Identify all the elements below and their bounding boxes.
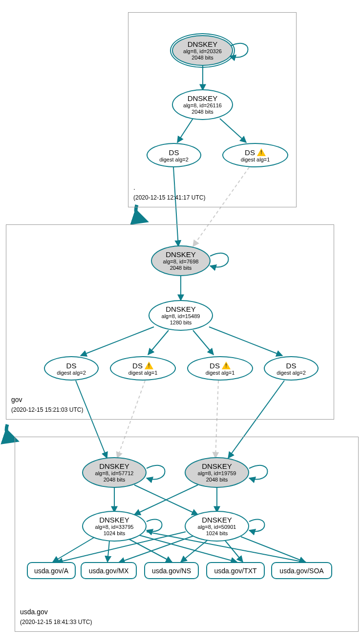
zone-root-timestamp: (2020-12-15 12:41:17 UTC) (133, 194, 205, 201)
dnskey-gov-ksk: DNSKEY alg=8, id=7698 2048 bits (151, 245, 211, 276)
dnskey-root-ksk: DNSKEY alg=8, id=20326 2048 bits (172, 35, 233, 66)
ds-root-2: DS digest alg=1 (222, 143, 288, 167)
dnskey-usda-ksk2: DNSKEY alg=8, id=19759 2048 bits (185, 457, 249, 488)
ds-root-1: DS digest alg=2 (147, 143, 201, 167)
warning-icon (145, 362, 153, 369)
zone-gov-name: gov (11, 396, 22, 403)
zone-root-name: . (133, 183, 135, 191)
zone-usda-name: usda.gov (20, 608, 48, 616)
record-ns: usda.gov/NS (144, 562, 199, 579)
zone-usda-timestamp: (2020-12-15 18:41:33 UTC) (20, 619, 92, 625)
warning-icon (257, 148, 266, 156)
dnskey-usda-zsk2: DNSKEY alg=8, id=50901 1024 bits (185, 511, 249, 542)
record-txt: usda.gov/TXT (206, 562, 265, 579)
warning-icon (222, 362, 231, 369)
zone-gov-timestamp: (2020-12-15 15:21:03 UTC) (11, 406, 83, 413)
ds-gov-3: DS digest alg=1 (187, 356, 253, 381)
dnskey-usda-zsk1: DNSKEY alg=8, id=33795 1024 bits (82, 511, 147, 542)
dnskey-root-zsk: DNSKEY alg=8, id=26116 2048 bits (172, 89, 233, 120)
ds-gov-2: DS digest alg=1 (110, 356, 176, 381)
record-mx: usda.gov/MX (81, 562, 137, 579)
dnskey-usda-ksk1: DNSKEY alg=8, id=57712 2048 bits (82, 457, 147, 488)
record-a: usda.gov/A (27, 562, 76, 579)
ds-gov-4: DS digest alg=2 (264, 356, 319, 381)
dnskey-gov-zsk: DNSKEY alg=8, id=15489 1280 bits (149, 300, 213, 331)
ds-gov-1: DS digest alg=2 (44, 356, 99, 381)
zone-usda: usda.gov (2020-12-15 18:41:33 UTC) (15, 437, 359, 632)
record-soa: usda.gov/SOA (271, 562, 332, 579)
